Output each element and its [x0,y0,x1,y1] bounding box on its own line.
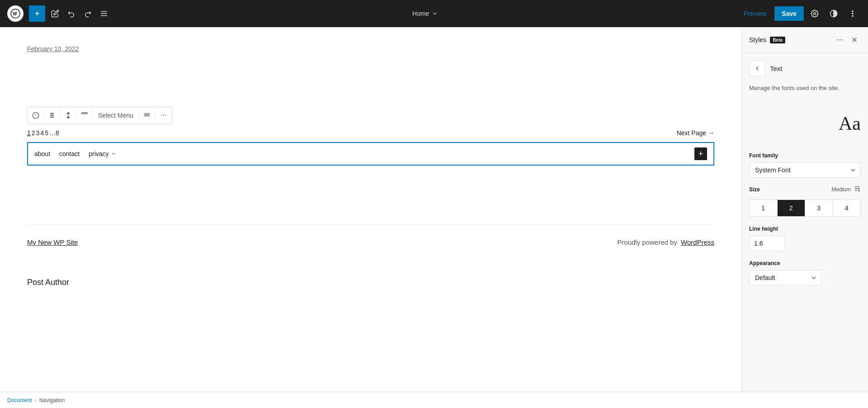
redo-button[interactable] [80,5,96,22]
aa-preview: Aa [749,104,861,143]
next-page-arrow: → [708,129,714,137]
more-options-button[interactable] [844,5,861,22]
panel-more-button[interactable] [834,33,846,46]
home-label: Home [412,10,429,17]
preview-button[interactable]: Preview [739,7,772,20]
panel-description: Manage the fonts used on the site. [749,84,861,93]
navigation-block: about contact privacy + [27,142,714,166]
site-name-link[interactable]: My New WP Site [27,238,78,246]
footer-right: Proudly powered by WordPress [617,238,714,246]
add-block-button[interactable]: + [29,5,45,22]
wp-logo[interactable]: W [7,5,24,22]
size-btn-3[interactable]: 3 [805,200,833,216]
svg-point-18 [52,117,53,118]
svg-point-8 [852,13,853,14]
svg-point-17 [51,117,52,118]
size-btn-4[interactable]: 4 [833,200,861,216]
aa-text: Aa [839,113,861,134]
next-page-label: Next Page [677,129,706,137]
panel-nav: Text [749,60,861,76]
size-btn-2[interactable]: 2 [778,200,806,216]
beta-badge: Beta [770,37,785,43]
page-1[interactable]: 1 [27,129,31,137]
size-value: Medium [831,186,851,193]
toolbar-center: Home [112,7,739,20]
svg-point-7 [852,11,853,12]
top-toolbar: W + Home [0,0,868,27]
font-family-label: Font family [749,152,861,159]
block-align-button[interactable] [76,107,93,123]
svg-point-28 [840,39,840,40]
line-height-label: Line height [749,226,861,232]
svg-point-29 [842,39,843,40]
size-buttons: 1 2 3 4 [749,199,861,217]
post-date[interactable]: February 10, 2022 [27,45,714,52]
panel-header: Styles Beta [742,27,868,53]
theme-toggle-button[interactable] [826,5,842,22]
next-page-link[interactable]: Next Page → [677,129,714,137]
svg-point-13 [51,113,52,114]
page-numbers: 1 2 3 4 5 …8 [27,129,59,137]
block-toolbar-wrapper: Select Menu [27,107,714,124]
toolbar-right: Preview Save [739,5,861,22]
pagination-row: 1 2 3 4 5 …8 Next Page → [27,124,714,142]
svg-rect-20 [82,113,87,114]
svg-point-24 [161,115,162,116]
panel-header-right [834,33,861,46]
status-bar: Document › Navigation [0,392,868,408]
panel-close-button[interactable] [848,33,861,46]
size-adjust-button[interactable] [854,185,861,194]
powered-text: Proudly powered by [617,238,677,246]
nav-links: about contact privacy [34,150,116,157]
post-author: Post Author [27,278,714,287]
svg-point-15 [51,115,52,116]
block-justify-button[interactable] [139,107,156,123]
panel-header-left: Styles Beta [749,36,785,43]
main-area: February 10, 2022 [0,27,868,408]
editor-canvas: February 10, 2022 [0,27,741,408]
svg-point-16 [52,115,53,116]
svg-point-9 [852,15,853,16]
settings-button[interactable] [807,5,823,22]
block-toolbar: Select Menu [27,107,172,124]
size-btn-1[interactable]: 1 [750,200,778,216]
appearance-select[interactable]: Default Light Dark [749,270,821,285]
status-separator: › [35,397,37,403]
svg-point-5 [814,13,816,15]
svg-point-26 [165,115,166,116]
undo-button[interactable] [63,5,80,22]
panel-title: Text [770,65,783,72]
block-drag-button[interactable] [44,107,60,123]
footer-section: My New WP Site Proudly powered by WordPr… [27,224,714,260]
svg-text:W: W [13,11,17,16]
home-dropdown-button[interactable]: Home [407,7,443,20]
svg-point-14 [52,113,53,114]
panel-inner: Text Manage the fonts used on the site. … [742,53,868,408]
block-info-button[interactable] [28,107,44,123]
nav-link-about[interactable]: about [34,150,50,157]
line-height-input[interactable] [749,236,785,251]
size-label: Size [749,186,760,193]
status-navigation: Navigation [39,397,65,403]
appearance-label: Appearance [749,260,861,266]
block-more-button[interactable] [156,107,172,123]
back-button[interactable] [749,60,765,76]
wordpress-link[interactable]: WordPress [681,238,714,246]
select-menu-button[interactable]: Select Menu [93,107,139,123]
font-family-select[interactable]: System Font Arial Georgia Helvetica Time… [749,162,861,178]
list-view-button[interactable] [96,5,112,22]
nav-link-contact[interactable]: contact [59,150,80,157]
styles-label: Styles [749,36,766,43]
nav-add-button[interactable]: + [694,147,707,160]
edit-button[interactable] [47,5,63,22]
size-row: Size Medium [749,185,861,194]
nav-link-privacy[interactable]: privacy [89,150,116,157]
svg-point-27 [837,39,838,40]
styles-panel: Styles Beta [741,27,868,408]
status-document-link[interactable]: Document [7,397,32,403]
save-button[interactable]: Save [774,6,804,21]
svg-point-25 [163,115,164,116]
block-move-button[interactable] [60,107,76,123]
